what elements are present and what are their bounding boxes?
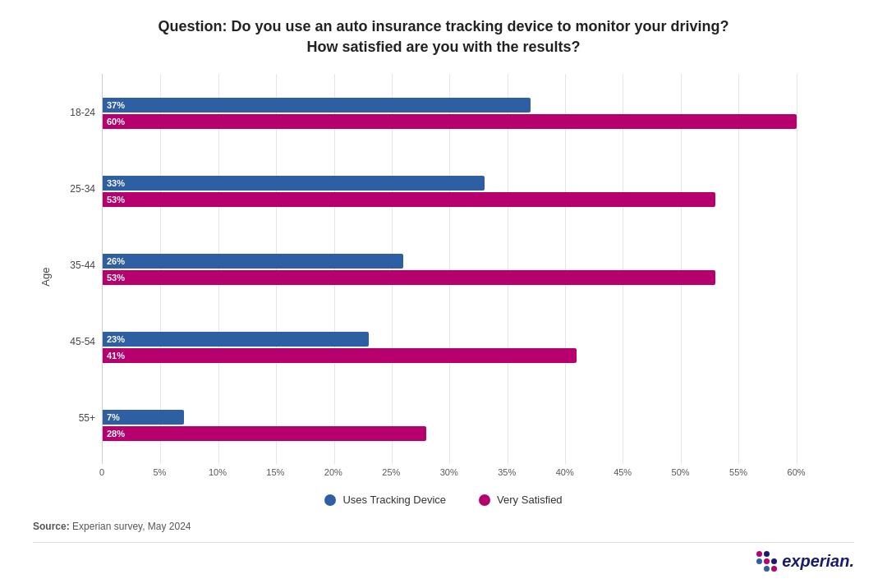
bar-satisfied: 53% <box>103 270 715 285</box>
legend: Uses Tracking Device Very Satisfied <box>324 494 562 506</box>
bar-row-satisfied: 41% <box>103 348 854 363</box>
source-label: Source: <box>33 521 70 532</box>
legend-label-satisfied: Very Satisfied <box>497 494 563 506</box>
age-label: 25-34 <box>61 171 102 207</box>
x-axis-label: 50% <box>672 467 690 477</box>
legend-dot-satisfied <box>479 494 490 506</box>
x-axis-label: 15% <box>266 467 284 477</box>
divider <box>33 542 854 543</box>
bar-row-satisfied: 28% <box>103 426 854 441</box>
y-axis-label: Age <box>33 74 57 480</box>
source-line: Source: Experian survey, May 2024 <box>33 521 854 532</box>
age-label: 35-44 <box>61 247 102 283</box>
legend-tracking: Uses Tracking Device <box>324 494 446 506</box>
bar-tracking: 26% <box>103 254 403 269</box>
logo-dot <box>756 566 762 572</box>
bar-row-tracking: 23% <box>103 332 854 347</box>
x-axis-label: 25% <box>382 467 400 477</box>
bar-row-tracking: 7% <box>103 410 854 425</box>
bar-tracking: 7% <box>103 410 184 425</box>
legend-label-tracking: Uses Tracking Device <box>342 494 446 506</box>
bar-tracking: 23% <box>103 332 369 347</box>
x-axis-label: 60% <box>788 467 806 477</box>
experian-logo: experian. <box>756 551 854 572</box>
bar-row-satisfied: 53% <box>103 270 854 285</box>
bar-satisfied: 60% <box>103 114 797 129</box>
bar-row-tracking: 37% <box>103 98 854 113</box>
experian-dots <box>756 551 777 572</box>
x-axis-label: 0 <box>99 467 104 477</box>
bar-group: 7%28% <box>103 407 854 443</box>
logo-dot <box>771 551 777 557</box>
legend-dot-tracking <box>324 494 336 506</box>
age-label: 45-54 <box>61 324 102 360</box>
bar-row-satisfied: 60% <box>103 114 854 129</box>
bar-row-tracking: 26% <box>103 254 854 269</box>
logo-dot <box>771 558 777 564</box>
x-axis-label: 55% <box>729 467 747 477</box>
logo-dot <box>756 558 762 564</box>
legend-satisfied: Very Satisfied <box>479 494 563 506</box>
age-label: 55+ <box>61 400 102 436</box>
bar-satisfied: 53% <box>103 192 715 207</box>
x-axis-label: 5% <box>154 467 167 477</box>
logo-dot <box>756 551 762 557</box>
logo-dot <box>771 566 777 572</box>
bar-tracking: 37% <box>103 98 531 113</box>
x-axis-label: 20% <box>324 467 342 477</box>
bar-group: 37%60% <box>103 95 854 131</box>
bar-satisfied: 28% <box>103 426 426 441</box>
bar-satisfied: 41% <box>103 348 577 363</box>
bar-row-satisfied: 53% <box>103 192 854 207</box>
x-axis-label: 40% <box>556 467 574 477</box>
bar-group: 23%41% <box>103 329 854 365</box>
x-axis-label: 10% <box>209 467 227 477</box>
logo-dot <box>764 558 770 564</box>
x-axis-label: 45% <box>614 467 632 477</box>
bar-tracking: 33% <box>103 176 485 191</box>
source-text: Experian survey, May 2024 <box>72 521 191 532</box>
experian-text: experian. <box>782 552 854 571</box>
chart-title: Question: Do you use an auto insurance t… <box>158 16 728 57</box>
x-axis-label: 35% <box>498 467 516 477</box>
logo-dot <box>764 566 770 572</box>
bar-group: 26%53% <box>103 251 854 287</box>
logo-area: experian. <box>33 551 854 572</box>
bar-group: 33%53% <box>103 173 854 209</box>
bar-row-tracking: 33% <box>103 176 854 191</box>
x-axis-label: 30% <box>440 467 458 477</box>
logo-dot <box>764 551 770 557</box>
age-label: 18-24 <box>61 94 102 131</box>
